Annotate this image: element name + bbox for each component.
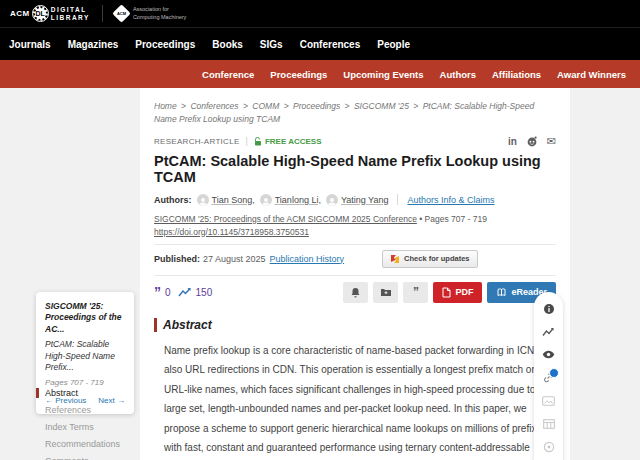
- author-link-tianlong-li[interactable]: Tianlong Li,: [275, 195, 321, 205]
- nav-item-conferences[interactable]: Conferences: [300, 39, 361, 50]
- author-avatar: [260, 194, 272, 206]
- quote-icon: ”: [413, 288, 419, 296]
- primary-nav: Journals Magazines Proceedings Books SIG…: [0, 27, 640, 60]
- article-title: PtCAM: Scalable High-Speed Name Prefix L…: [154, 153, 556, 185]
- acm-diamond-icon: ACM: [112, 4, 130, 22]
- authors-row: Authors: Tian Song, Tianlong Li, Yating …: [154, 194, 556, 206]
- author-link-yating-yang[interactable]: Yating Yang: [341, 195, 389, 205]
- crossref-icon: [390, 254, 400, 264]
- downloads-count: 150: [196, 287, 213, 298]
- share-icon-group: in ✉: [508, 135, 556, 148]
- digital-library-wordmark: DIGITAL LIBRARY: [51, 6, 90, 21]
- conference-subnav: Conference Proceedings Upcoming Events A…: [0, 60, 640, 88]
- acm-dl-gear-icon: DL: [33, 6, 48, 21]
- references-count-badge: [549, 368, 559, 378]
- add-to-collection-button[interactable]: [373, 282, 398, 303]
- metrics-group: ” 0 150: [154, 287, 212, 298]
- doi-line: https://doi.org/10.1145/3718958.3750531: [154, 227, 556, 237]
- ereader-book-icon: [496, 287, 507, 298]
- reddit-icon[interactable]: [526, 135, 538, 147]
- publication-history-link[interactable]: Publication History: [270, 254, 345, 264]
- published-date: 27 August 2025: [203, 254, 266, 264]
- breadcrumb: Home > Conferences > COMM > Proceedings …: [154, 88, 556, 126]
- divider: [154, 244, 556, 245]
- citations-icon: ”: [154, 287, 161, 297]
- published-row: Published: 27 August 2025 Publication Hi…: [154, 250, 556, 268]
- context-pages: Pages 707 - 719: [45, 378, 125, 387]
- in-page-toc: Abstract References Index Terms Recommen…: [36, 388, 136, 460]
- venue-line: SIGCOMM '25: Proceedings of the ACM SIGC…: [154, 214, 556, 224]
- media-icon[interactable]: [542, 440, 555, 453]
- subnav-affiliations[interactable]: Affiliations: [492, 69, 541, 80]
- author-avatar: [326, 194, 338, 206]
- acm-dl-logo[interactable]: ACM: [10, 9, 30, 18]
- nav-item-books[interactable]: Books: [212, 39, 243, 50]
- toc-item-references[interactable]: References: [36, 405, 136, 415]
- logo-divider: [102, 5, 103, 22]
- free-access-badge: FREE ACCESS: [254, 137, 322, 146]
- pdf-button[interactable]: PDF: [433, 282, 482, 303]
- breadcrumb-proceedings[interactable]: Proceedings: [293, 101, 340, 111]
- folder-plus-icon: [380, 287, 392, 297]
- info-icon[interactable]: [542, 302, 555, 315]
- article-meta-row: RESEARCH-ARTICLE | FREE ACCESS in: [154, 135, 556, 148]
- abstract-heading: Abstract: [154, 318, 556, 332]
- nav-item-magazines[interactable]: Magazines: [68, 39, 119, 50]
- toc-item-index-terms[interactable]: Index Terms: [36, 422, 136, 432]
- downloads-trend-icon: [178, 287, 192, 298]
- author-entry: Tian Song,: [197, 194, 255, 206]
- divider: [154, 275, 556, 276]
- subnav-conference[interactable]: Conference: [202, 69, 254, 80]
- article-tools-rail: [534, 292, 563, 460]
- article-type-label: RESEARCH-ARTICLE: [154, 137, 240, 146]
- cite-button[interactable]: ”: [403, 282, 428, 303]
- linkedin-icon[interactable]: in: [508, 136, 517, 147]
- breadcrumb-conferences[interactable]: Conferences: [190, 101, 238, 111]
- article-actions: ” PDF eReader: [343, 282, 556, 303]
- breadcrumb-home[interactable]: Home: [154, 101, 177, 111]
- nav-item-sigs[interactable]: SIGs: [260, 39, 283, 50]
- subnav-authors[interactable]: Authors: [440, 69, 476, 80]
- subnav-award-winners[interactable]: Award Winners: [557, 69, 626, 80]
- site-header: ACM DL DIGITAL LIBRARY ACM Association f…: [0, 0, 640, 27]
- nav-item-journals[interactable]: Journals: [9, 39, 51, 50]
- authors-info-claims-link[interactable]: Authors Info & Claims: [407, 195, 494, 205]
- authors-label: Authors:: [154, 195, 192, 205]
- article-column: Home > Conferences > COMM > Proceedings …: [140, 88, 570, 460]
- nav-item-proceedings[interactable]: Proceedings: [135, 39, 195, 50]
- meta-divider: |: [246, 136, 248, 146]
- citation-count: 0: [165, 287, 171, 298]
- author-entry: Yating Yang: [326, 194, 389, 206]
- bell-icon: [350, 287, 361, 298]
- nav-item-people[interactable]: People: [377, 39, 410, 50]
- venue-link[interactable]: SIGCOMM '25: Proceedings of the ACM SIGC…: [154, 214, 417, 224]
- tables-icon[interactable]: [542, 417, 555, 430]
- toc-item-comments[interactable]: Comments: [36, 456, 136, 460]
- acm-association-logo[interactable]: ACM Association for Computing Machinery: [115, 6, 187, 20]
- actions-row: ” 0 150: [154, 282, 556, 303]
- abstract-paragraph: Name prefix lookup is a core characteris…: [154, 341, 556, 460]
- pages-label: Pages 707 - 719: [425, 214, 487, 224]
- subnav-upcoming-events[interactable]: Upcoming Events: [343, 69, 423, 80]
- breadcrumb-sigcomm25[interactable]: SIGCOMM '25: [354, 101, 409, 111]
- context-article-title: PtCAM: Scalable High-Speed Name Prefix..…: [45, 339, 125, 373]
- alerts-button[interactable]: [343, 282, 368, 303]
- context-venue[interactable]: SIGCOMM '25: Proceedings of the AC...: [45, 301, 125, 335]
- figures-icon[interactable]: [542, 394, 555, 407]
- toc-item-abstract[interactable]: Abstract: [36, 388, 136, 398]
- authors-divider: [397, 194, 398, 205]
- pages-bullet: •: [419, 214, 422, 224]
- association-label: Association for Computing Machinery: [133, 6, 187, 20]
- author-avatar: [197, 194, 209, 206]
- doi-link[interactable]: https://doi.org/10.1145/3718958.3750531: [154, 227, 309, 237]
- author-link-tian-song[interactable]: Tian Song,: [212, 195, 255, 205]
- check-for-updates-button[interactable]: Check for updates: [382, 250, 477, 268]
- view-icon[interactable]: [542, 348, 555, 361]
- metrics-icon[interactable]: [542, 325, 555, 338]
- references-link-icon[interactable]: [542, 371, 555, 384]
- breadcrumb-comm[interactable]: COMM: [252, 101, 279, 111]
- email-icon[interactable]: ✉: [547, 135, 556, 148]
- toc-item-recommendations[interactable]: Recommendations: [36, 439, 136, 449]
- subnav-proceedings[interactable]: Proceedings: [270, 69, 327, 80]
- author-entry: Tianlong Li,: [260, 194, 321, 206]
